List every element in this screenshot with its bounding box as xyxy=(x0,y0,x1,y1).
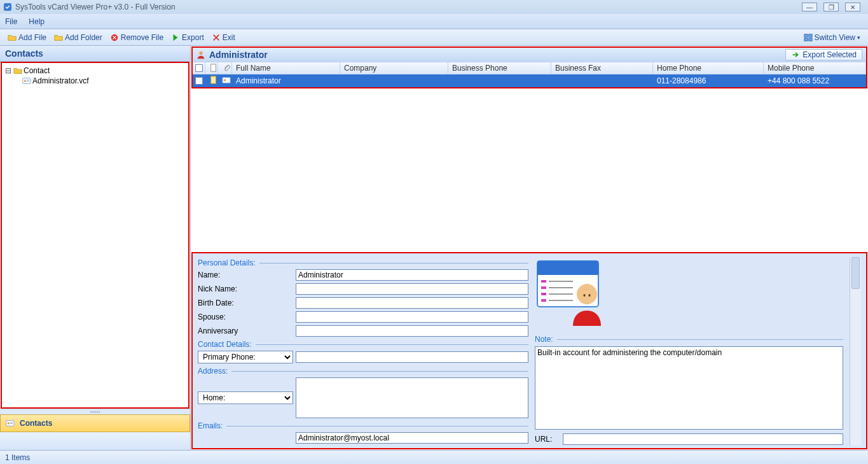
birth-field[interactable] xyxy=(296,297,528,309)
contact-details-label: Contact Details: xyxy=(198,340,528,349)
col-company[interactable]: Company xyxy=(340,62,448,74)
svg-rect-4 xyxy=(804,38,807,40)
svg-rect-21 xyxy=(541,280,546,283)
cell-full-name: Administrator xyxy=(232,76,340,85)
tree-collapse-icon[interactable]: ⊟ xyxy=(4,66,12,75)
nick-field[interactable] xyxy=(296,283,528,295)
select-all-checkbox[interactable] xyxy=(195,64,203,72)
grid-header-row: Full Name Company Business Phone Busines… xyxy=(193,62,866,74)
col-attachment[interactable] xyxy=(205,62,218,74)
chevron-down-icon: ▾ xyxy=(857,34,860,41)
menu-help[interactable]: Help xyxy=(29,17,45,26)
col-mobile-phone[interactable]: Mobile Phone xyxy=(764,62,866,74)
col-business-phone[interactable]: Business Phone xyxy=(448,62,551,74)
right-pane: Administrator Export Selected Full Name … xyxy=(191,46,868,450)
contact-grid: Administrator Export Selected Full Name … xyxy=(191,46,867,88)
col-full-name[interactable]: Full Name xyxy=(232,62,340,74)
svg-point-31 xyxy=(584,294,586,297)
export-button[interactable]: Export xyxy=(167,32,208,43)
url-field[interactable] xyxy=(563,433,843,445)
page-icon xyxy=(209,76,218,85)
titlebar: SysTools vCard Viewer Pro+ v3.0 - Full V… xyxy=(0,0,868,14)
col-clip[interactable] xyxy=(218,62,232,74)
address-type-select[interactable]: Home: xyxy=(198,391,293,404)
address-label: Address: xyxy=(198,367,528,376)
cell-home-phone: 011-28084986 xyxy=(653,76,764,85)
add-folder-label: Add Folder xyxy=(65,33,102,42)
menubar: File Help xyxy=(0,14,868,29)
exit-button[interactable]: Exit xyxy=(208,32,239,43)
grid-empty-area xyxy=(191,89,868,251)
svg-point-30 xyxy=(579,289,595,304)
address-field[interactable] xyxy=(296,377,528,418)
export-selected-label: Export Selected xyxy=(803,50,857,59)
export-label: Export xyxy=(182,33,204,42)
svg-rect-3 xyxy=(808,34,811,36)
grid-titlebar: Administrator Export Selected xyxy=(193,48,866,62)
anniversary-field[interactable] xyxy=(296,325,528,337)
tree-root-row[interactable]: ⊟ Contact xyxy=(4,66,186,76)
details-scrollbar[interactable] xyxy=(850,257,861,446)
statusbar: 1 Items xyxy=(0,450,868,464)
person-icon xyxy=(196,50,205,59)
note-field[interactable]: Built-in account for administering the c… xyxy=(535,346,843,430)
export-selected-button[interactable]: Export Selected xyxy=(785,49,862,60)
contacts-tree[interactable]: ⊟ Contact Administrator.vcf xyxy=(1,62,189,409)
nav-switch-strip[interactable] xyxy=(0,432,190,450)
nav-contacts[interactable]: Contacts xyxy=(0,414,190,432)
switch-view-label: Switch View xyxy=(815,33,855,42)
svg-rect-24 xyxy=(541,299,546,302)
menu-file[interactable]: File xyxy=(5,17,17,26)
arrow-right-icon xyxy=(791,50,800,59)
nav-contacts-label: Contacts xyxy=(20,419,52,428)
contacts-header: Contacts xyxy=(0,46,190,62)
svg-rect-9 xyxy=(27,81,29,81)
primary-phone-field[interactable] xyxy=(296,351,528,363)
cell-mobile-phone: +44 800 088 5522 xyxy=(764,76,866,85)
remove-icon xyxy=(110,33,119,42)
svg-point-11 xyxy=(8,422,10,425)
vcard-icon xyxy=(22,76,31,85)
svg-rect-5 xyxy=(808,38,811,40)
nav-bottom: ▪▪▪▪▪ Contacts xyxy=(0,409,190,450)
row-checkbox[interactable] xyxy=(195,77,203,85)
folder-icon xyxy=(54,33,63,42)
url-label: URL: xyxy=(535,435,560,444)
personal-details-label: Personal Details: xyxy=(198,258,528,267)
emails-field[interactable] xyxy=(296,432,528,444)
exit-icon xyxy=(212,33,221,42)
folder-open-icon xyxy=(8,33,17,42)
minimize-button[interactable]: — xyxy=(802,3,817,11)
svg-point-14 xyxy=(199,52,202,55)
anniversary-label: Anniversary xyxy=(198,327,293,335)
col-business-fax[interactable]: Business Fax xyxy=(551,62,653,74)
remove-file-button[interactable]: Remove File xyxy=(106,32,167,43)
svg-rect-2 xyxy=(804,34,807,36)
folder-open-icon xyxy=(13,66,22,75)
col-home-phone[interactable]: Home Phone xyxy=(653,62,764,74)
contact-card-image xyxy=(535,257,605,327)
export-icon xyxy=(171,33,180,42)
primary-phone-select[interactable]: Primary Phone: xyxy=(198,351,293,363)
vcard-icon xyxy=(222,76,231,85)
spouse-field[interactable] xyxy=(296,311,528,323)
nick-label: Nick Name: xyxy=(198,285,293,293)
contact-details: Personal Details: Name: Nick Name: Birth… xyxy=(191,252,867,449)
svg-rect-12 xyxy=(10,422,13,423)
remove-file-label: Remove File xyxy=(121,33,163,42)
switch-view-button[interactable]: Switch View ▾ xyxy=(800,32,864,43)
details-right-col: Note: Built-in account for administering… xyxy=(535,257,843,446)
tree-root-label: Contact xyxy=(24,66,50,75)
add-folder-button[interactable]: Add Folder xyxy=(50,32,106,43)
tree-file-row[interactable]: Administrator.vcf xyxy=(4,76,186,86)
svg-rect-13 xyxy=(10,423,13,424)
name-field[interactable] xyxy=(296,269,528,281)
note-label: Note: xyxy=(535,335,843,344)
main-split: Contacts ⊟ Contact Administrator.vcf ▪▪▪… xyxy=(0,46,868,450)
tree-file-label: Administrator.vcf xyxy=(32,76,89,85)
nav-grip[interactable]: ▪▪▪▪▪ xyxy=(0,409,190,414)
add-file-button[interactable]: Add File xyxy=(4,32,50,43)
table-row[interactable]: Administrator 011-28084986 +44 800 088 5… xyxy=(193,74,866,87)
maximize-button[interactable]: ❐ xyxy=(823,3,839,11)
close-button[interactable]: ✕ xyxy=(845,3,860,11)
